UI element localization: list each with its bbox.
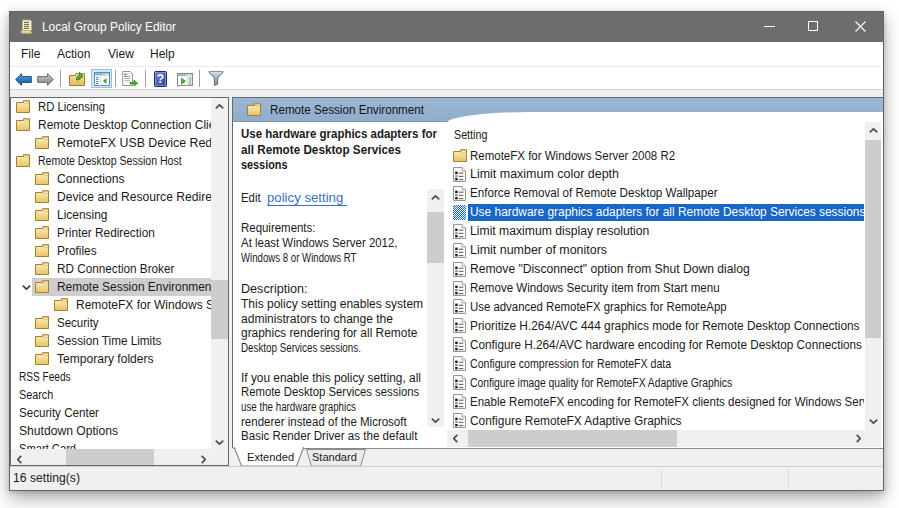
svg-text:?: ? [157,72,164,86]
